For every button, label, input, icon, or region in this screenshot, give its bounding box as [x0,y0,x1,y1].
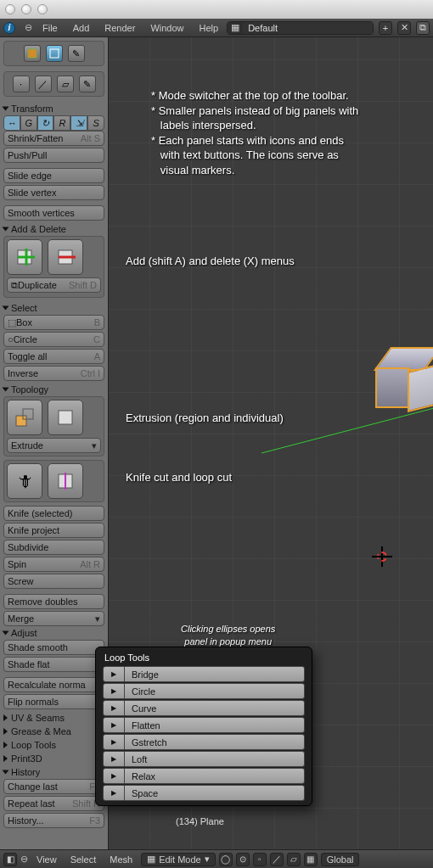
rotate-icon[interactable]: ↻ [37,115,54,131]
knife-project-button[interactable]: Knife project [3,523,104,538]
popup-item-bridge[interactable]: ▶Bridge [103,666,305,682]
select-inverse-button[interactable]: InverseCtrl I [3,366,104,381]
panel-header-loop-tools[interactable]: Loop Tools .. [3,738,104,752]
rotate-label[interactable]: R [53,115,70,131]
menu-render[interactable]: Render [98,21,142,35]
orientation-dropdown[interactable]: Global [321,853,360,866]
mode-sculpt-icon[interactable]: ✎ [68,45,85,62]
loopcut-button[interactable] [48,463,83,499]
menu-add[interactable]: Add [66,21,97,35]
change-last-button[interactable]: Change lastF6 [3,779,104,794]
select-mode-row[interactable]: · ／ ▱ ✎ [3,71,104,97]
knife-box: 🗡 [3,460,104,502]
select-box-button[interactable]: ⬚ BoxB [3,315,104,330]
window-minimize-icon[interactable] [21,4,31,14]
back-to-previous-button[interactable]: ⧉ [416,21,430,35]
panel-header-transform[interactable]: Transform [3,102,104,115]
vert-mode-icon[interactable]: ▫ [253,853,267,866]
add-cube-button[interactable] [7,239,42,275]
vertex-select-icon[interactable]: · [13,76,30,92]
collapse-icon[interactable]: ⊖ [22,22,34,33]
shade-smooth-button[interactable]: Shade smooth [3,640,104,655]
extrude-region-button[interactable] [7,400,42,435]
history-button[interactable]: History...F3 [3,813,104,828]
popup-item-flatten[interactable]: ▶Flatten [103,717,305,733]
editor-type-icon[interactable]: ◧ [3,853,17,866]
face-mode-icon[interactable]: ▱ [287,853,301,866]
shade-flat-button[interactable]: Shade flat [3,657,104,672]
popup-item-relax[interactable]: ▶Relax [103,768,305,784]
limit-selection-icon[interactable]: ▦ [304,853,318,866]
scene-add-button[interactable]: + [379,21,392,35]
panel-header-history[interactable]: History [3,765,104,779]
panel-header-select[interactable]: Select [3,301,104,315]
duplicate-button[interactable]: ⧉ DuplicateShift D [7,277,101,293]
popup-item-curve[interactable]: ▶Curve [103,700,305,716]
select-circle-button[interactable]: ○ CircleC [3,332,104,347]
shrink-fatten-button[interactable]: Shrink/FattenAlt S [3,131,104,146]
subdivide-button[interactable]: Subdivide [3,540,104,555]
mode-dropdown[interactable]: ▦ Edit Mode ▾ [141,853,216,866]
panel-header-topology[interactable]: Topology [3,383,104,396]
grab-icon[interactable]: ↔ [3,115,20,131]
slide-edge-button[interactable]: Slide edge [3,168,104,183]
scene-selector[interactable]: ▦ Default [227,21,374,35]
slide-vertex-button[interactable]: Slide vertex [3,185,104,200]
delete-cube-button[interactable] [48,239,83,275]
merge-dropdown[interactable]: Merge▾ [3,611,104,626]
screw-button[interactable]: Screw [3,574,104,589]
menu-view[interactable]: View [31,854,62,865]
popup-item-circle[interactable]: ▶Circle [103,683,305,699]
flip-normals-button[interactable]: Flip normals [3,694,104,709]
menu-select-bottom[interactable]: Select [65,854,102,865]
edge-select-icon[interactable]: ／ [35,76,52,92]
knife-selected-button[interactable]: Knife (selected) [3,506,104,521]
scale-label[interactable]: S [87,115,104,131]
popup-item-space[interactable]: ▶Space [103,785,305,801]
menu-file[interactable]: File [36,21,65,35]
mode-object-icon[interactable] [24,45,41,62]
panel-title: Topology [11,384,48,395]
play-icon: ▶ [103,768,125,784]
extrude-box: Extrude▾ [3,396,104,456]
menu-mesh[interactable]: Mesh [104,854,138,865]
panel-header-print3d[interactable]: Print3D [3,752,104,765]
panel-header-grease[interactable]: Grease & Mea .. [3,725,104,738]
extrude-individual-button[interactable] [48,400,83,435]
panel-title: Adjust [11,628,37,638]
face-select-icon[interactable]: ▱ [57,76,74,92]
knife-button[interactable]: 🗡 [7,463,42,499]
select-toggle-all-button[interactable]: Toggle allA [3,349,104,364]
push-pull-button[interactable]: Push/Pull [3,148,104,163]
transform-segment[interactable]: ↔ G ↻ R ⇲ S [3,115,104,131]
menu-help[interactable]: Help [193,21,226,35]
mode-switcher[interactable]: ✎ [3,41,104,66]
select-extra-icon[interactable]: ✎ [79,76,96,92]
smooth-vertices-button[interactable]: Smooth vertices [3,205,104,221]
pivot-icon[interactable]: ⊙ [236,853,250,866]
popup-item-gstretch[interactable]: ▶Gstretch [103,734,305,750]
mode-edit-icon[interactable] [46,45,63,62]
panel-header-adjust[interactable]: Adjust [3,626,104,640]
scene-layout-icon: ▦ [228,22,243,34]
shading-icon[interactable]: ◯ [219,853,233,866]
blender-info-icon[interactable]: i [3,22,15,34]
axis-lines [261,351,433,538]
window-zoom-icon[interactable] [37,4,48,14]
repeat-last-button[interactable]: Repeat lastShift R [3,796,104,811]
scene-delete-button[interactable]: ✕ [397,21,411,35]
recalc-normals-button[interactable]: Recalculate norma [3,677,104,692]
panel-header-uv[interactable]: UV & Seams .. [3,711,104,725]
window-close-icon[interactable] [5,4,15,14]
edge-mode-icon[interactable]: ／ [270,853,284,866]
grab-label[interactable]: G [20,115,37,131]
spin-button[interactable]: SpinAlt R [3,557,104,572]
scale-icon[interactable]: ⇲ [70,115,87,131]
menu-window[interactable]: Window [143,21,190,35]
object-name-label: (134) Plane [176,816,224,826]
panel-header-add-delete[interactable]: Add & Delete [3,222,104,236]
remove-doubles-button[interactable]: Remove doubles [3,594,104,609]
popup-item-loft[interactable]: ▶Loft [103,751,305,767]
extrude-dropdown[interactable]: Extrude▾ [7,438,101,453]
annotation-2: Add (shift A) and delete (X) menus [126,254,295,269]
